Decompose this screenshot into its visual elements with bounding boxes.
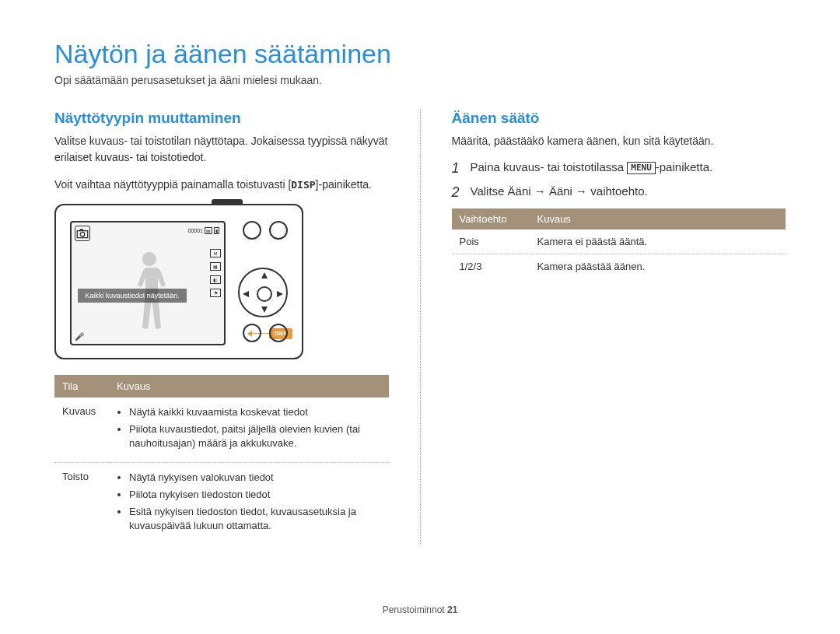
list-item: Esitä nykyisen tiedoston tiedot, kuvausa…: [129, 505, 381, 533]
step1-suffix: -painiketta.: [656, 160, 712, 173]
footer-label: Perustoiminnot: [383, 604, 445, 615]
flag-icon: ⚑: [210, 289, 221, 297]
left-p2: Voit vaihtaa näyttötyyppiä painamalla to…: [54, 177, 389, 193]
page-footer: Perustoiminnot 21: [0, 604, 840, 615]
camera-lcd: 00001 ▤ ▮ M ▦ ◧ ⚑ Kaikki kuvaustiedot nä…: [70, 221, 226, 345]
step-1: 1 Paina kuvaus- tai toistotilassa MENU-p…: [452, 160, 786, 177]
desc-cell: Näytä kaikki kuvaamista koskevat tiedot …: [109, 398, 389, 462]
disp-key-label: DISP: [291, 179, 315, 191]
mode-cell: Toisto: [54, 462, 109, 544]
quality-icon: ▦: [210, 262, 221, 271]
table-row: Pois Kamera ei päästä ääntä.: [452, 229, 786, 254]
columns: Näyttötyypin muuttaminen Valitse kuvaus-…: [54, 110, 786, 544]
list-item: Piilota nykyisen tiedoston tiedot: [129, 488, 381, 502]
option-cell: 1/2/3: [452, 254, 530, 279]
col-header-desc: Kuvaus: [530, 208, 786, 229]
sd-icon: ▤: [205, 227, 212, 234]
table-row: Toisto Näytä nykyisen valokuvan tiedot P…: [54, 462, 389, 544]
mic-icon: 🎤: [75, 332, 84, 341]
step-text: Valitse Ääni → Ääni → vaihtoehto.: [471, 184, 648, 198]
desc-cell: Näytä nykyisen valokuvan tiedot Piilota …: [109, 462, 389, 544]
desc-cell: Kamera ei päästä ääntä.: [530, 229, 786, 254]
svg-point-1: [80, 232, 85, 236]
left-section-title: Näyttötyypin muuttaminen: [54, 110, 389, 127]
desc-cell: Kamera päästää äänen.: [530, 254, 786, 279]
camera-icon: [75, 226, 90, 241]
page-title: Näytön ja äänen säätäminen: [54, 39, 786, 69]
mode-square-icon: ◧: [210, 275, 221, 284]
camera-button-c: [243, 324, 261, 342]
list-item: Näytä nykyisen valokuvan tiedot: [129, 471, 381, 485]
step-2: 2 Valitse Ääni → Ääni → vaihtoehto.: [452, 184, 786, 201]
camera-bottom-buttons: [243, 324, 288, 342]
dpad-right-icon: [277, 291, 283, 297]
step1-prefix: Paina kuvaus- tai toistotilassa: [471, 160, 628, 173]
option-cell: Pois: [452, 229, 530, 254]
dpad-down-icon: [261, 306, 268, 313]
camera-dpad: DISP: [238, 268, 288, 317]
menu-key-label: MENU: [627, 162, 656, 174]
table-row: 1/2/3 Kamera päästää äänen.: [452, 254, 786, 279]
col-header-option: Vaihtoehto: [452, 208, 530, 229]
left-column: Näyttötyypin muuttaminen Valitse kuvaus-…: [54, 110, 389, 544]
left-p1: Valitse kuvaus- tai toistotilan näyttöta…: [54, 133, 389, 166]
resolution-icon: M: [210, 249, 221, 257]
step-number: 1: [452, 160, 463, 177]
mode-cell: Kuvaus: [54, 398, 109, 462]
svg-rect-2: [80, 229, 84, 230]
step-text: Paina kuvaus- tai toistotilassa MENU-pai…: [471, 160, 713, 174]
step-number: 2: [452, 184, 463, 201]
dpad-ring: [238, 268, 288, 317]
camera-button-b: [269, 221, 288, 240]
dpad-up-icon: [261, 272, 268, 278]
col-header-mode: Tila: [54, 375, 109, 398]
page-subtitle: Opi säätämään perusasetukset ja ääni mie…: [54, 74, 786, 86]
right-section-title: Äänen säätö: [452, 110, 786, 127]
battery-icon: ▮: [214, 227, 219, 234]
right-p1: Määritä, päästääkö kamera äänen, kun sit…: [452, 133, 786, 149]
page: Näytön ja äänen säätäminen Opi säätämään…: [0, 0, 840, 567]
list-item: Näytä kaikki kuvaamista koskevat tiedot: [129, 405, 381, 419]
dpad-left-icon: [243, 291, 249, 297]
col-header-desc: Kuvaus: [109, 375, 389, 398]
lcd-caption: Kaikki kuvaustiedot näytetään.: [78, 289, 187, 303]
camera-button-d: [269, 324, 288, 342]
lcd-counter: 00001: [188, 228, 203, 233]
lcd-status-row: 00001 ▤ ▮: [188, 227, 219, 234]
dpad-center: [257, 286, 272, 302]
camera-button-a: [243, 221, 261, 240]
camera-top-buttons: [243, 221, 288, 240]
display-type-table: Tila Kuvaus Kuvaus Näytä kaikki kuvaamis…: [54, 375, 389, 544]
lcd-right-icons: M ▦ ◧ ⚑: [210, 249, 221, 297]
left-p2-suffix: ]-painiketta.: [316, 178, 372, 191]
camera-diagram: 00001 ▤ ▮ M ▦ ◧ ⚑ Kaikki kuvaustiedot nä…: [54, 204, 303, 359]
list-item: Piilota kuvaustiedot, paitsi jäljellä ol…: [129, 422, 381, 450]
page-number: 21: [447, 604, 457, 615]
table-row: Kuvaus Näytä kaikki kuvaamista koskevat …: [54, 398, 389, 462]
sound-options-table: Vaihtoehto Kuvaus Pois Kamera ei päästä …: [452, 208, 786, 278]
right-column: Äänen säätö Määritä, päästääkö kamera ää…: [420, 110, 786, 544]
left-p2-prefix: Voit vaihtaa näyttötyyppiä painamalla to…: [54, 178, 291, 191]
